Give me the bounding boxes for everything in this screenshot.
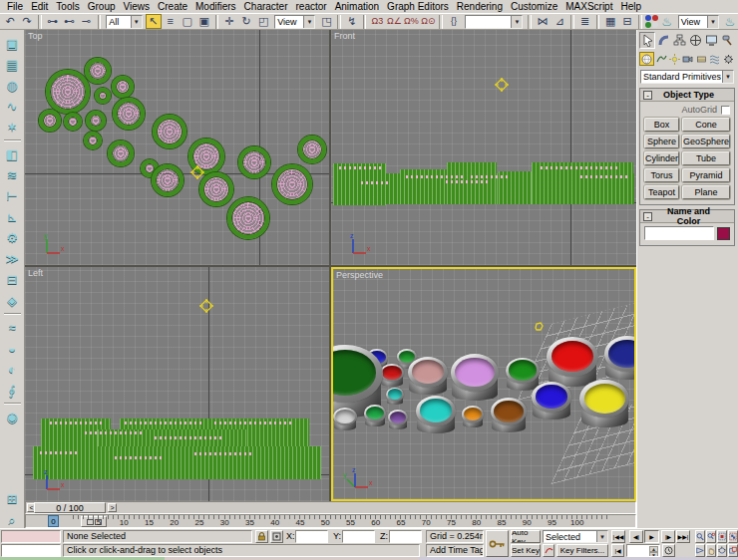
primitive-button-cone[interactable]: Cone	[682, 118, 730, 132]
key-filters-button[interactable]: Key Filters...	[556, 544, 608, 557]
primitive-button-sphere[interactable]: Sphere	[644, 135, 679, 148]
object-name-field[interactable]	[644, 226, 714, 240]
viewport-perspective[interactable]: Perspective yzx	[331, 267, 636, 501]
rigid-body-collection-icon[interactable]: ▣	[3, 35, 22, 52]
rectangular-selection-region-icon[interactable]: ▢	[180, 14, 195, 29]
tab-motion[interactable]	[687, 32, 703, 49]
absolute-offset-toggle-icon[interactable]	[270, 530, 283, 543]
menu-customize[interactable]: Customize	[507, 0, 561, 13]
cloth-collection-icon[interactable]: ▤	[3, 56, 22, 73]
z-coordinate-field[interactable]	[389, 530, 422, 543]
zoom-extents-icon[interactable]	[717, 530, 727, 543]
go-to-end-button[interactable]: ▶▶|	[676, 530, 690, 543]
wind-icon[interactable]: ≫	[3, 250, 22, 267]
paint-can-wireframe[interactable]	[46, 70, 90, 114]
analyze-world-icon[interactable]: ◉	[3, 409, 22, 425]
primitives-dropdown[interactable]: Standard Primitives ▼	[640, 70, 734, 84]
motor-icon[interactable]: ⚙	[3, 229, 22, 246]
preview-animation-icon[interactable]: ⊞	[3, 490, 22, 507]
primitive-button-pyramid[interactable]: Pyramid	[682, 168, 730, 182]
mirror-icon[interactable]: ⋈	[535, 14, 551, 29]
object-color-swatch[interactable]	[717, 227, 730, 240]
rope-modifier-icon[interactable]: ∮	[3, 382, 22, 399]
transform-gizmo-icon[interactable]	[190, 165, 204, 181]
select-and-link-icon[interactable]: ⊶	[45, 14, 61, 29]
snap-toggle-icon[interactable]: Ω3	[369, 14, 385, 29]
selection-lock-icon[interactable]	[255, 530, 268, 543]
primitive-button-plane[interactable]: Plane	[682, 185, 730, 199]
primitive-button-tube[interactable]: Tube	[682, 151, 730, 165]
collapse-icon[interactable]: -	[643, 91, 652, 100]
redo-icon[interactable]: ↷	[19, 14, 35, 29]
paint-surface[interactable]	[390, 412, 406, 423]
menu-create[interactable]: Create	[154, 0, 191, 13]
zoom-all-icon[interactable]	[706, 530, 716, 543]
tab-hierarchy[interactable]	[671, 32, 687, 49]
next-frame-button[interactable]: |▶	[661, 530, 675, 543]
soft-body-modifier-icon[interactable]: ◐	[3, 361, 22, 378]
menu-edit[interactable]: Edit	[27, 0, 52, 13]
bind-to-space-warp-icon[interactable]: ⊸	[79, 14, 95, 29]
play-button[interactable]: ▶	[644, 530, 659, 543]
category-shapes[interactable]	[654, 52, 667, 66]
primitive-button-teapot[interactable]: Teapot	[644, 185, 679, 199]
menu-modifiers[interactable]: Modifiers	[191, 0, 240, 13]
key-mode-toggle-button[interactable]: |◀	[611, 544, 624, 557]
menu-tools[interactable]: Tools	[52, 0, 83, 13]
paint-surface[interactable]	[420, 399, 453, 422]
time-slider[interactable]: < 0 / 100 >	[25, 501, 636, 514]
window-crossing-icon[interactable]: ▣	[196, 14, 212, 29]
viewport-front[interactable]: Front zx	[331, 30, 636, 265]
primitive-button-torus[interactable]: Torus	[644, 168, 679, 182]
undo-icon[interactable]: ↶	[2, 14, 18, 29]
named-selection-dropdown[interactable]: ▼	[465, 15, 523, 29]
primitive-button-box[interactable]: Box	[644, 118, 679, 132]
paint-can-wireframe[interactable]	[152, 164, 184, 196]
paint-can-wireframe[interactable]	[298, 136, 326, 163]
linear-dashpot-icon[interactable]: ⊢	[3, 187, 22, 204]
paint-can-wireframe[interactable]	[84, 132, 102, 149]
fracture-icon[interactable]: ◈	[3, 292, 22, 309]
spring-icon[interactable]: ≋	[3, 166, 22, 183]
tab-modify[interactable]	[655, 32, 671, 49]
menu-graph-editors[interactable]: Graph Editors	[383, 0, 453, 13]
toy-car-icon[interactable]: ⊟	[3, 271, 22, 288]
new-key-curve-icon[interactable]	[543, 544, 554, 557]
tab-utilities[interactable]	[719, 32, 735, 49]
deforming-mesh-collection-icon[interactable]: ✶	[3, 119, 22, 136]
auto-key-button[interactable]: Auto Key	[511, 530, 541, 543]
angular-dashpot-icon[interactable]: ⊾	[3, 208, 22, 225]
transform-gizmo-icon[interactable]	[495, 78, 509, 94]
select-and-rotate-icon[interactable]: ↻	[238, 14, 254, 29]
render-type-dropdown[interactable]: View▼	[678, 15, 719, 29]
paint-can-wireframe[interactable]	[272, 164, 312, 204]
select-and-move-icon[interactable]: ✛	[221, 14, 237, 29]
category-space-warps[interactable]	[708, 52, 721, 66]
curve-editor-icon[interactable]: ▦	[602, 14, 618, 29]
key-mode-dropdown[interactable]: Selected ▼	[543, 530, 608, 543]
reference-coordinate-dropdown[interactable]: View▼	[274, 15, 315, 29]
transform-gizmo-icon[interactable]	[199, 299, 213, 315]
paint-surface[interactable]	[335, 410, 355, 424]
water-icon[interactable]: ≈	[3, 319, 22, 336]
menu-group[interactable]: Group	[84, 0, 120, 13]
paint-can-wireframe[interactable]	[238, 146, 270, 178]
time-slider-next-button[interactable]: >	[108, 503, 117, 512]
category-cameras[interactable]	[681, 52, 694, 66]
category-systems[interactable]	[722, 52, 735, 66]
zoom-icon[interactable]	[695, 530, 705, 543]
plane-icon[interactable]: ◧	[3, 145, 22, 162]
render-scene-icon[interactable]: ♨	[659, 14, 675, 29]
chevron-down-icon[interactable]: ▼	[303, 16, 314, 28]
y-coordinate-field[interactable]	[342, 530, 375, 543]
schematic-view-icon[interactable]: ⊟	[619, 14, 635, 29]
paint-can-wireframe[interactable]	[199, 172, 233, 206]
object-type-rollout-header[interactable]: - Object Type	[640, 89, 734, 102]
paint-surface[interactable]	[412, 360, 445, 384]
time-configuration-icon[interactable]	[662, 544, 675, 557]
zoom-extents-all-icon[interactable]	[728, 530, 738, 543]
category-helpers[interactable]	[695, 52, 708, 66]
primitive-button-geosphere[interactable]: GeoSphere	[682, 135, 730, 148]
tab-display[interactable]	[703, 32, 719, 49]
arc-rotate-icon[interactable]	[717, 544, 727, 557]
